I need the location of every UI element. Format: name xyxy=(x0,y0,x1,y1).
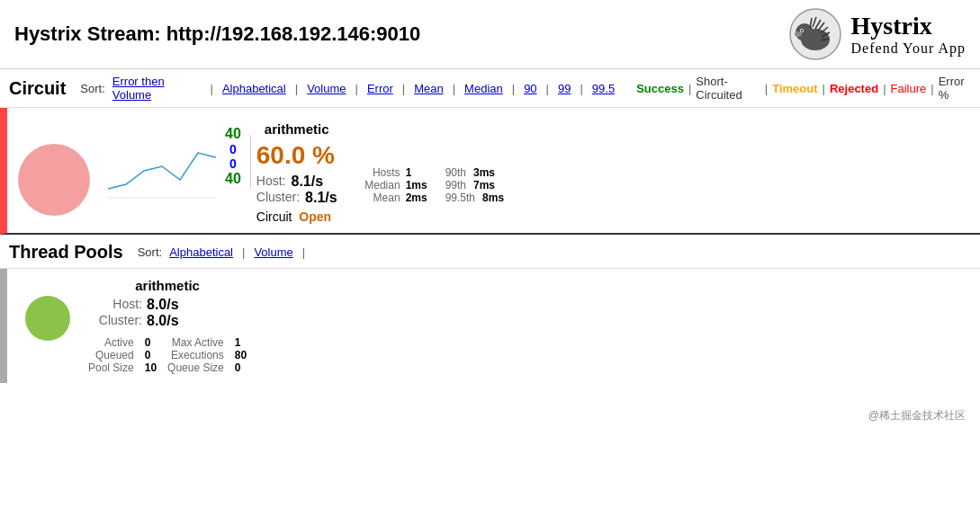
cluster-label: Cluster: xyxy=(256,190,300,206)
circuit-card: 40 0 0 40 arithmetic 60.0 % Host: 8.1/s … xyxy=(0,108,980,235)
svg-point-5 xyxy=(795,31,802,37)
host-label: Host: xyxy=(256,174,286,190)
sort-alphabetical[interactable]: Alphabetical xyxy=(222,82,286,95)
sort-error-then-volume[interactable]: Error then Volume xyxy=(112,75,202,102)
tp-circle xyxy=(25,296,70,341)
status-short-circuited: Short-Circuited xyxy=(696,75,760,102)
host-rate-row: Host: 8.1/s xyxy=(256,174,337,190)
tp-host-rate: 8.0/s xyxy=(147,297,179,313)
median-value: 1ms xyxy=(406,179,427,192)
circuit-section-header: Circuit Sort: Error then Volume | Alphab… xyxy=(0,69,980,108)
threadpool-card: arithmetic Host: 8.0/s Cluster: 8.0/s Ac… xyxy=(0,269,980,383)
sort-mean[interactable]: Mean xyxy=(414,82,444,95)
hosts-label: Hosts xyxy=(355,166,400,179)
p99-5-value: 8ms xyxy=(482,192,504,204)
header: Hystrix Stream: http://192.168.192.146:9… xyxy=(0,0,980,69)
tp-cluster-rate-row: Cluster: 8.0/s xyxy=(88,313,247,329)
tp-stats-table: Active 0 Max Active 1 Queued 0 Execution… xyxy=(88,336,247,374)
hystrix-logo-icon xyxy=(788,7,842,61)
sparkline-chart xyxy=(108,117,216,207)
tp-cluster-rate: 8.0/s xyxy=(147,313,179,329)
count-blue: 0 xyxy=(229,142,237,156)
page-title: Hystrix Stream: http://192.168.192.146:9… xyxy=(14,22,420,46)
tp-sort-label: Sort: xyxy=(138,245,162,259)
circuit-title: Circuit xyxy=(9,78,66,99)
p99-label: 99th xyxy=(445,179,466,192)
sort-median[interactable]: Median xyxy=(464,82,503,95)
status-error-pct: Error % xyxy=(939,75,971,102)
logo-text-block: Hystrix Defend Your App xyxy=(851,12,966,57)
median-label: Median xyxy=(355,179,400,192)
tp-pool-size-value: 10 xyxy=(145,361,157,374)
status-links: Success | Short-Circuited | Timeout | Re… xyxy=(636,75,971,102)
mean-value: 2ms xyxy=(406,192,427,204)
circuit-card-name: arithmetic xyxy=(256,121,337,137)
hosts-stats-block: Hosts 1 Median 1ms Mean 2ms xyxy=(355,166,427,204)
tp-sort-alphabetical[interactable]: Alphabetical xyxy=(169,245,233,259)
sort-99[interactable]: 99 xyxy=(558,82,571,95)
tp-host-rate-row: Host: 8.0/s xyxy=(88,297,247,313)
card-center-block: arithmetic 60.0 % Host: 8.1/s Cluster: 8… xyxy=(256,121,337,224)
sort-99-5[interactable]: 99.5 xyxy=(592,82,615,95)
error-pct-value: 60.0 % xyxy=(256,141,337,170)
status-failure: Failure xyxy=(891,82,927,95)
footer-text: @稀土掘金技术社区 xyxy=(868,409,966,422)
tp-executions-value: 80 xyxy=(235,349,247,361)
sparkline-area xyxy=(108,117,216,207)
cluster-rate-value: 8.1/s xyxy=(305,190,337,206)
status-timeout: Timeout xyxy=(772,82,817,95)
logo-brand: Hystrix xyxy=(851,12,966,40)
count-yellow: 0 xyxy=(229,156,237,171)
count-orange: 40 xyxy=(225,171,241,187)
tp-card-name: arithmetic xyxy=(88,278,247,293)
circuit-status-row: Circuit Open xyxy=(256,209,337,224)
tp-queue-size-label: Queue Size xyxy=(167,361,224,374)
tp-host-label: Host: xyxy=(88,297,142,313)
logo-area: Hystrix Defend Your App xyxy=(788,7,966,61)
sort-volume[interactable]: Volume xyxy=(307,82,346,95)
tp-active-label: Active xyxy=(88,336,134,349)
divider xyxy=(250,135,251,189)
mean-label: Mean xyxy=(355,192,400,204)
tp-pool-size-label: Pool Size xyxy=(88,361,134,374)
percentile-stats-block: 90th 3ms 99th 7ms 99.5th 8ms xyxy=(445,166,504,204)
p90-label: 90th xyxy=(445,166,466,179)
p99-value: 7ms xyxy=(473,179,495,192)
tp-queued-label: Queued xyxy=(88,349,134,361)
footer: @稀土掘金技术社区 xyxy=(0,401,980,431)
tp-max-active-value: 1 xyxy=(235,336,247,349)
host-rate-value: 8.1/s xyxy=(291,174,323,190)
circuit-circle xyxy=(18,144,90,216)
circuit-sort-label: Sort: xyxy=(80,82,104,95)
tp-queue-size-value: 0 xyxy=(235,361,247,374)
circuit-state-value: Open xyxy=(299,209,331,224)
tp-sort-volume[interactable]: Volume xyxy=(254,245,292,259)
svg-point-4 xyxy=(801,30,803,31)
hosts-value: 1 xyxy=(406,166,412,179)
sort-90[interactable]: 90 xyxy=(524,82,536,95)
tp-cluster-label: Cluster: xyxy=(88,313,142,329)
tp-active-value: 0 xyxy=(145,336,157,349)
tp-max-active-label: Max Active xyxy=(167,336,224,349)
count-block: 40 0 0 40 xyxy=(225,126,241,187)
count-green: 40 xyxy=(225,126,241,142)
p99-5-label: 99.5th xyxy=(445,192,475,204)
threadpool-section-header: Thread Pools Sort: Alphabetical | Volume… xyxy=(0,236,980,269)
tp-queued-value: 0 xyxy=(145,349,157,361)
threadpool-title: Thread Pools xyxy=(9,242,123,263)
cluster-rate-row: Cluster: 8.1/s xyxy=(256,190,337,206)
circuit-status-label: Circuit xyxy=(256,209,292,224)
tp-executions-label: Executions xyxy=(167,349,224,361)
sort-error[interactable]: Error xyxy=(367,82,393,95)
tp-center-block: arithmetic Host: 8.0/s Cluster: 8.0/s Ac… xyxy=(88,278,247,374)
status-rejected: Rejected xyxy=(830,82,878,95)
status-success: Success xyxy=(636,82,684,95)
p90-value: 3ms xyxy=(473,166,495,179)
logo-subtitle: Defend Your App xyxy=(851,40,966,57)
